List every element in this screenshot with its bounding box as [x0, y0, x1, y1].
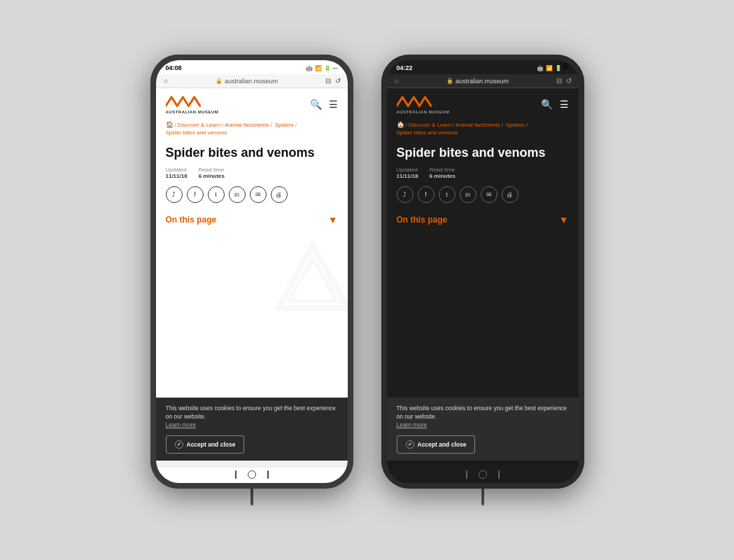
- article-meta-dark: Updated 11/11/18 Read time 6 minutes: [397, 167, 569, 179]
- logo-dark: AUSTRALIAN MUSEUM: [397, 94, 450, 114]
- meta-updated-light: Updated 11/11/18: [166, 167, 188, 179]
- logo-light: AUSTRALIAN MUSEUM: [166, 94, 219, 114]
- camera-dot-dark: [562, 63, 569, 70]
- home-crumb-dark[interactable]: 🏠: [397, 121, 404, 128]
- discover-crumb-dark[interactable]: Discover & Learn: [409, 122, 451, 128]
- gesture-line1-dark: [466, 470, 467, 479]
- meta-updated-dark: Updated 11/11/18: [397, 167, 418, 179]
- battery-icon: 🔋: [324, 65, 331, 71]
- learn-more-link-dark[interactable]: Learn more: [397, 421, 427, 428]
- cookie-text-dark: This website uses cookies to ensure you …: [397, 405, 569, 430]
- android-status-icon: 🤖: [306, 65, 313, 71]
- share-icons-light: ⤴ f t in ✉ 🖨: [166, 186, 338, 203]
- cable-light: [250, 489, 253, 505]
- site-header-dark: AUSTRALIAN MUSEUM 🔍 ☰: [387, 88, 579, 118]
- header-nav-icons-light: 🔍 ☰: [310, 99, 338, 110]
- discover-crumb-light[interactable]: Discover & Learn: [178, 122, 220, 128]
- gesture-circle-dark: [479, 470, 487, 479]
- share-facebook-dark[interactable]: f: [418, 186, 435, 203]
- search-icon-light[interactable]: 🔍: [310, 99, 322, 110]
- gesture-line2-light: [267, 470, 269, 479]
- share-general-dark[interactable]: ⤴: [397, 186, 414, 203]
- readtime-value-dark: 6 minutes: [430, 173, 456, 179]
- gesture-line2-dark: [498, 470, 500, 479]
- signal-icon: 📶: [315, 65, 322, 71]
- browser-bookmark-icon: ☆: [163, 78, 169, 85]
- browser-actions-light: ⊟ ↺: [325, 77, 341, 85]
- check-icon-dark: ✓: [406, 440, 414, 449]
- readtime-label-dark: Read time: [430, 167, 456, 173]
- spiders-crumb-light[interactable]: Spiders: [275, 122, 294, 128]
- article-title-light: Spider bites and venoms: [166, 146, 338, 161]
- logo-text-dark: AUSTRALIAN MUSEUM: [397, 110, 450, 114]
- accept-button-dark[interactable]: ✓ Accept and close: [397, 435, 476, 454]
- on-this-page-header-light: On this page ▼: [166, 210, 338, 230]
- on-this-page-title-dark: On this page: [397, 215, 448, 225]
- animal-crumb-light[interactable]: Animal factsheets: [225, 122, 269, 128]
- cookie-banner-dark: This website uses cookies to ensure you …: [387, 398, 579, 461]
- share-email-light[interactable]: ✉: [250, 186, 267, 203]
- article-content-dark: Spider bites and venoms Updated 11/11/18…: [387, 139, 579, 424]
- light-phone-wrapper: 04:08 🤖 📶 🔋 ··· ☆ 🔒 australian.museum: [150, 55, 353, 505]
- reload-icon-dark[interactable]: ↺: [566, 77, 572, 85]
- expand-icon-light[interactable]: ▼: [328, 214, 338, 225]
- meta-readtime-dark: Read time 6 minutes: [430, 167, 456, 179]
- browser-actions-dark: ⊟ ↺: [556, 77, 572, 85]
- status-time-light: 04:08: [166, 64, 182, 71]
- browser-url-dark[interactable]: 🔒 australian.museum: [404, 78, 552, 85]
- updated-label-dark: Updated: [397, 167, 418, 173]
- sep1-light: /: [175, 122, 176, 128]
- home-crumb-light[interactable]: 🏠: [166, 121, 174, 128]
- light-phone-screen: 04:08 🤖 📶 🔋 ··· ☆ 🔒 australian.museum: [156, 60, 348, 483]
- gesture-bar-dark: [387, 468, 579, 483]
- share-twitter-dark[interactable]: t: [439, 186, 456, 203]
- status-time-dark: 04:22: [397, 64, 413, 71]
- tabs-icon-dark[interactable]: ⊟: [556, 77, 562, 85]
- share-twitter-light[interactable]: t: [208, 186, 225, 203]
- share-general-light[interactable]: ⤴: [166, 186, 183, 203]
- browser-bar-dark: ☆ 🔒 australian.museum ⊟ ↺: [387, 74, 579, 88]
- current-crumb-light: Spider bites and venoms: [166, 130, 227, 136]
- dots-icon: ···: [333, 65, 338, 71]
- share-email-dark[interactable]: ✉: [481, 186, 497, 203]
- article-content-light: Spider bites and venoms Updated 11/11/18…: [156, 139, 348, 424]
- browser-bookmark-icon-dark: ☆: [394, 78, 400, 85]
- expand-icon-dark[interactable]: ▼: [559, 214, 569, 225]
- share-linkedin-light[interactable]: in: [229, 186, 246, 203]
- breadcrumb-light: 🏠 / Discover & Learn / Animal factsheets…: [156, 118, 348, 139]
- readtime-value-light: 6 minutes: [199, 173, 225, 179]
- updated-value-dark: 11/11/18: [397, 173, 418, 179]
- share-print-light[interactable]: 🖨: [271, 186, 288, 203]
- search-icon-dark[interactable]: 🔍: [541, 99, 553, 110]
- share-print-dark[interactable]: 🖨: [502, 186, 518, 203]
- menu-icon-light[interactable]: ☰: [329, 99, 338, 110]
- animal-crumb-dark[interactable]: Animal factsheets: [456, 122, 500, 128]
- updated-value-light: 11/11/18: [166, 173, 188, 179]
- meta-readtime-light: Read time 6 minutes: [199, 167, 225, 179]
- updated-label-light: Updated: [166, 167, 188, 173]
- browser-url-light[interactable]: 🔒 australian.museum: [173, 78, 321, 85]
- gesture-line1-light: [235, 470, 237, 479]
- logo-svg-light: [166, 94, 201, 109]
- logo-text-light: AUSTRALIAN MUSEUM: [166, 110, 219, 114]
- on-this-page-header-dark: On this page ▼: [397, 210, 569, 230]
- signal-icon-dark: 📶: [546, 65, 553, 71]
- tabs-icon-light[interactable]: ⊟: [325, 77, 331, 85]
- share-linkedin-dark[interactable]: in: [460, 186, 477, 203]
- cookie-banner-light: This website uses cookies to ensure you …: [156, 398, 348, 461]
- spiders-crumb-dark[interactable]: Spiders: [506, 122, 525, 128]
- current-crumb-dark: Spider bites and venoms: [397, 130, 458, 136]
- accept-button-light[interactable]: ✓ Accept and close: [166, 435, 245, 454]
- share-facebook-light[interactable]: f: [187, 186, 204, 203]
- status-bar-dark: 04:22 🤖 📶 🔋 ···: [387, 60, 579, 74]
- menu-icon-dark[interactable]: ☰: [560, 99, 569, 110]
- dark-phone: 04:22 🤖 📶 🔋 ··· ☆ 🔒 australian.museum: [381, 55, 584, 489]
- header-nav-icons-dark: 🔍 ☰: [541, 99, 569, 110]
- watermark-light: [271, 238, 348, 325]
- cookie-text-light: This website uses cookies to ensure you …: [166, 405, 338, 430]
- learn-more-link-light[interactable]: Learn more: [166, 421, 196, 428]
- on-this-page-title-light: On this page: [166, 215, 217, 225]
- reload-icon-light[interactable]: ↺: [335, 77, 341, 85]
- android-status-icon-dark: 🤖: [537, 65, 544, 71]
- url-text-light: australian.museum: [225, 78, 278, 85]
